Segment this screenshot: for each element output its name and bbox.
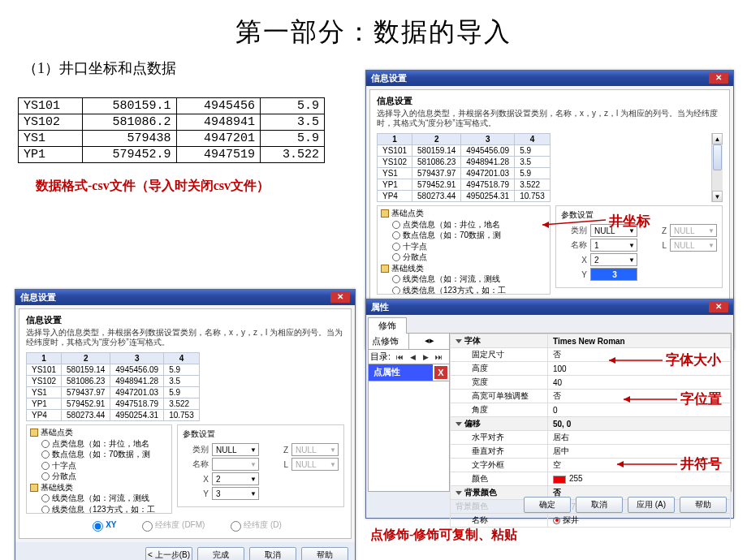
ok-button[interactable]: 确定 [524, 497, 571, 513]
radio-icon[interactable] [392, 221, 400, 229]
delete-icon[interactable]: X [434, 366, 447, 379]
type-tree[interactable]: 基础点类点类信息（如：井位，地名数点信息（如：70数据，测十字点分散点基础线类线… [26, 424, 172, 514]
tree-item[interactable]: 分散点 [30, 471, 168, 482]
tree-item[interactable]: 数点信息（如：70数据，测 [381, 230, 546, 241]
prev-button[interactable]: < 上一步(B) [145, 547, 192, 560]
tree-item[interactable]: 线类信息（如：河流，测线 [30, 493, 168, 504]
table-cell: YS101 [27, 364, 62, 376]
prop-value[interactable]: 50, 0 [548, 417, 731, 431]
type-tree[interactable]: 基础点类点类信息（如：井位，地名数点信息（如：70数据，测十字点分散点基础线类线… [377, 205, 551, 295]
close-icon[interactable]: ✕ [709, 72, 728, 84]
cancel-button[interactable]: 取消 [249, 547, 296, 560]
radio-lonlat-dfm[interactable] [142, 521, 153, 532]
select-y[interactable]: 3 [590, 268, 637, 281]
prop-value[interactable]: 否 [548, 348, 731, 362]
select-name[interactable]: 1▼ [590, 239, 637, 252]
col-header: 3 [110, 353, 164, 364]
table-cell: 5.9 [515, 168, 551, 179]
prop-value[interactable]: 0 [548, 403, 731, 417]
radio-icon[interactable] [392, 253, 400, 261]
radio-icon[interactable] [41, 494, 50, 502]
select-y[interactable]: 3▼ [212, 487, 259, 500]
collapse-icon[interactable] [456, 339, 462, 343]
collapse-icon[interactable] [456, 491, 462, 495]
tab-more-icon[interactable]: ◂▸ [409, 334, 449, 349]
collapse-icon[interactable] [456, 422, 462, 426]
col-header: 3 [461, 134, 515, 145]
cancel-button[interactable]: 取消 [576, 497, 623, 513]
col-header: 4 [164, 353, 200, 364]
tree-item[interactable]: 点类信息（如：井位，地名 [30, 438, 168, 450]
radio-icon[interactable] [392, 243, 400, 251]
dialog-title: 属性 [371, 301, 389, 313]
apply-button[interactable]: 应用 (A) [628, 497, 675, 513]
nav-first-icon[interactable]: ⏮ [394, 351, 405, 363]
selected-point-property[interactable]: 点属性 [369, 364, 433, 381]
tree-item[interactable]: 线类信息（如：河流，测线 [381, 274, 546, 285]
radio-icon[interactable] [41, 440, 50, 448]
radio-lonlat-d[interactable] [231, 521, 241, 532]
dialog-title: 信息设置 [371, 72, 407, 84]
property-dialog: 属性 ✕ 修饰 点修饰 ◂▸ 目录: ⏮ ◀ ▶ ⏭ [365, 299, 734, 519]
tab-decoration[interactable]: 修饰 [368, 317, 407, 334]
tree-item[interactable]: 十字点 [381, 241, 546, 252]
prop-value[interactable]: 空 [548, 459, 731, 472]
table-cell: 580273.44 [412, 191, 461, 202]
table-cell: 581086.2 [82, 114, 176, 131]
close-icon[interactable]: ✕ [330, 291, 350, 303]
select-x[interactable]: 2▼ [212, 472, 259, 485]
select-l[interactable]: NULL▼ [670, 239, 717, 252]
prop-value[interactable]: 否 [548, 390, 731, 403]
label-l: L [641, 241, 667, 250]
color-swatch[interactable] [553, 476, 566, 484]
prop-value[interactable]: 40 [548, 376, 731, 390]
select-z[interactable]: NULL▼ [291, 443, 339, 456]
prop-value[interactable]: Times New Roman [548, 334, 731, 348]
radio-icon[interactable] [392, 286, 400, 295]
property-grid[interactable]: 字体Times New Roman 固定尺寸否 高度100 宽度40 高宽可单独… [450, 334, 731, 491]
tree-item[interactable]: 线类信息（123方式，如：工 [30, 504, 168, 515]
finish-button[interactable]: 完成 [197, 547, 244, 560]
tree-item[interactable]: 数点信息（如：70数据，测 [30, 449, 168, 460]
prop-value[interactable]: 探井 [548, 514, 731, 528]
prop-left-nav: 点修饰 ◂▸ 目录: ⏮ ◀ ▶ ⏭ 点属性 X [369, 334, 450, 491]
radio-icon[interactable] [41, 450, 50, 459]
radio-icon[interactable] [392, 231, 400, 239]
radio-icon[interactable] [392, 275, 400, 283]
scrollbar[interactable]: ▲ ▼ [711, 133, 723, 202]
prop-value[interactable]: 255 [548, 472, 731, 486]
symbol-radio[interactable] [553, 517, 560, 524]
table-cell: 579437.97 [62, 387, 110, 398]
prop-value[interactable]: 100 [548, 362, 731, 376]
select-type[interactable]: NULL▼ [212, 443, 259, 456]
select-x[interactable]: 2▼ [590, 253, 637, 266]
select-name[interactable]: ▼ [212, 458, 259, 471]
select-l[interactable]: NULL▼ [291, 458, 339, 471]
point-decoration-tab[interactable]: 点修饰 [369, 334, 409, 349]
nav-last-icon[interactable]: ⏭ [433, 351, 444, 363]
select-z[interactable]: NULL▼ [670, 224, 717, 237]
help-button[interactable]: 帮助 [680, 497, 727, 513]
tree-item[interactable]: 线类信息（123方式，如：工 [381, 285, 546, 295]
tree-item[interactable]: 分散点 [381, 252, 546, 263]
nav-next-icon[interactable]: ▶ [420, 351, 431, 363]
tree-item[interactable]: 十字点 [30, 460, 168, 472]
folder-icon [381, 209, 389, 218]
radio-icon[interactable] [41, 462, 50, 470]
radio-icon[interactable] [41, 472, 50, 480]
prop-value[interactable]: 居右 [548, 431, 731, 445]
nav-prev-icon[interactable]: ◀ [407, 351, 418, 363]
close-icon[interactable]: ✕ [709, 301, 728, 312]
radio-xy[interactable] [93, 521, 103, 532]
help-button[interactable]: 帮助 [301, 547, 348, 560]
table-cell: YP4 [27, 410, 62, 421]
table-cell: 581086.23 [62, 376, 110, 387]
radio-icon[interactable] [41, 506, 50, 514]
select-type[interactable]: NULL▼ [590, 224, 637, 237]
prop-value[interactable]: 居中 [548, 445, 731, 459]
prop-key: 高宽可单独调整 [451, 390, 548, 403]
label-y: Y [183, 489, 209, 498]
table-cell: 10.753 [515, 191, 551, 202]
folder-icon [30, 484, 38, 492]
tree-item[interactable]: 点类信息（如：井位，地名 [381, 219, 546, 230]
